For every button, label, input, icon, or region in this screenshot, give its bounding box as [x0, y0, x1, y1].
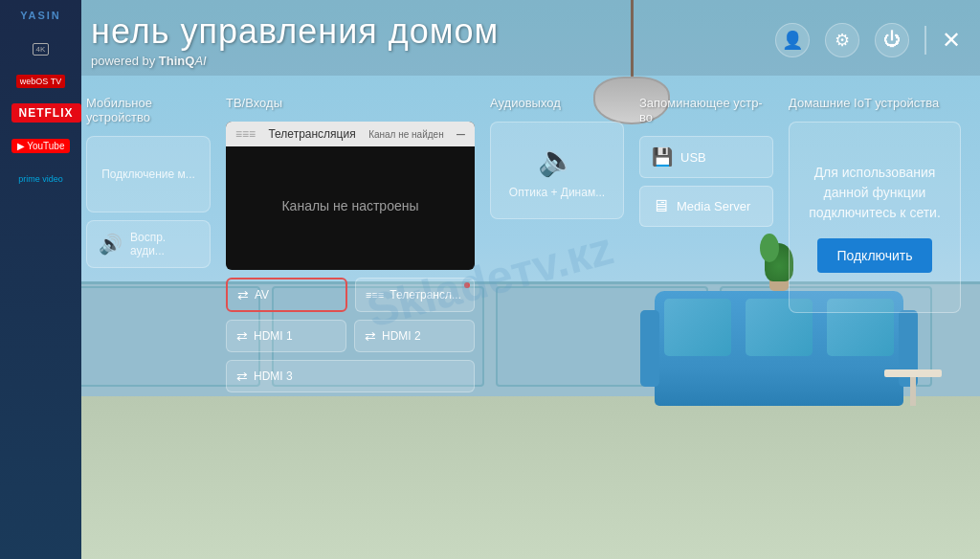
- usb-icon: 💾: [652, 146, 673, 168]
- av-label: AV: [255, 288, 269, 302]
- col-mobile: Мобильное устройство Подключение м... 🔊 …: [86, 96, 211, 540]
- audio-output-card[interactable]: 🔈 Оптика + Динам...: [490, 122, 624, 219]
- hdmi1-icon: ⇄: [236, 328, 248, 344]
- profile-button[interactable]: 👤: [775, 23, 810, 57]
- col-audio-output: Аудиовыход 🔈 Оптика + Динам...: [490, 96, 624, 540]
- connect-button[interactable]: Подключить: [817, 238, 931, 273]
- col-tv: ТВ/Входы ≡≡≡ Телетрансляция Канал не най…: [226, 96, 475, 540]
- gear-icon: ⚙: [835, 30, 850, 51]
- audio-output-label: Аудиовыход: [490, 96, 624, 110]
- media-server-icon: 🖥: [652, 196, 669, 216]
- mobile-connect-card[interactable]: Подключение м...: [86, 136, 211, 212]
- signal-bars-icon: ≡≡≡: [235, 127, 256, 141]
- no-channels-text: Каналы не настроены: [281, 198, 418, 213]
- sidebar-item-prime[interactable]: prime video: [8, 163, 75, 191]
- telecast-icon: ≡≡≡: [366, 289, 384, 301]
- netflix-icon: NETFLIX: [11, 103, 81, 123]
- tv-preview-header: ≡≡≡ Телетрансляция Канал не найден –: [226, 122, 475, 146]
- usb-label: USB: [680, 150, 706, 165]
- sidebar-item-webos[interactable]: webOS TV: [8, 65, 75, 94]
- speaker-icon: 🔈: [538, 142, 576, 178]
- input-hdmi2-button[interactable]: ⇄ HDMI 2: [354, 320, 475, 352]
- usb-button[interactable]: 💾 USB: [639, 136, 773, 178]
- iot-card: Для использования данной функции подключ…: [789, 122, 961, 313]
- webos-badge: webOS TV: [16, 75, 65, 88]
- broadcast-title: Телетрансляция: [268, 127, 355, 141]
- iot-label: Домашние IoT устройства: [789, 96, 961, 110]
- audio-play-icon: 🔊: [99, 233, 122, 256]
- col-storage: Запоминающее устр-во 💾 USB 🖥 Media Serve…: [639, 96, 773, 540]
- power-icon: ⏻: [883, 30, 901, 50]
- broadcast-sub: Канал не найден: [368, 129, 444, 140]
- sidebar-item-4k[interactable]: 4K: [8, 33, 75, 61]
- hdmi1-label: HDMI 1: [254, 329, 293, 343]
- subtitle-brand: ThinQ: [159, 54, 195, 68]
- topbar: нель управления домом powered by ThinQAI…: [81, 0, 980, 76]
- tv-preview: ≡≡≡ Телетрансляция Канал не найден – Кан…: [226, 122, 475, 270]
- power-button[interactable]: ⏻: [875, 23, 909, 57]
- mobile-connect-text: Подключение м...: [101, 168, 195, 181]
- topbar-title: нель управления домом powered by ThinQAI: [91, 11, 775, 68]
- tv-label: ТВ/Входы: [226, 96, 475, 110]
- sidebar-item-youtube[interactable]: ▶ YouTube: [8, 130, 75, 159]
- input-row-1: ⇄ AV ≡≡≡ Телетрансл...: [226, 278, 475, 312]
- topbar-controls: 👤 ⚙ ⏻ ✕: [775, 23, 961, 57]
- input-row-2: ⇄ HDMI 1 ⇄ HDMI 2: [226, 320, 475, 352]
- youtube-icon: ▶ YouTube: [11, 139, 71, 153]
- mobile-label: Мобильное устройство: [86, 96, 211, 124]
- hdmi2-icon: ⇄: [365, 328, 376, 344]
- main-content: Мобильное устройство Подключение м... 🔊 …: [86, 96, 961, 540]
- input-telecast-button[interactable]: ≡≡≡ Телетрансл...: [355, 278, 475, 312]
- sidebar-item-netflix[interactable]: NETFLIX: [8, 98, 75, 126]
- controls-divider: [924, 26, 926, 55]
- subtitle-pre: powered by: [91, 54, 159, 68]
- 4k-badge: 4K: [33, 43, 50, 56]
- topbar-subtitle: powered by ThinQAI: [91, 54, 775, 68]
- profile-icon: 👤: [782, 30, 803, 51]
- preview-close-icon[interactable]: –: [457, 125, 465, 143]
- sidebar: YASIN 4K webOS TV NETFLIX ▶ YouTube prim…: [0, 0, 81, 559]
- audio-output-text: Оптика + Динам...: [509, 186, 605, 199]
- telecast-label: Телетрансл...: [390, 288, 461, 302]
- hdmi3-icon: ⇄: [236, 369, 248, 384]
- hdmi2-label: HDMI 2: [382, 329, 421, 343]
- close-button[interactable]: ✕: [942, 27, 961, 54]
- prime-icon: prime video: [16, 172, 65, 186]
- av-icon: ⇄: [237, 287, 249, 302]
- input-row-3: ⇄ HDMI 3: [226, 360, 475, 392]
- media-server-button[interactable]: 🖥 Media Server: [639, 186, 773, 227]
- hdmi3-label: HDMI 3: [254, 369, 293, 383]
- input-hdmi3-button[interactable]: ⇄ HDMI 3: [226, 360, 475, 392]
- input-av-button[interactable]: ⇄ AV: [226, 278, 347, 312]
- settings-button[interactable]: ⚙: [825, 23, 859, 57]
- close-icon: ✕: [942, 27, 961, 53]
- page-title: нель управления домом: [91, 11, 775, 52]
- audio-play-text: Воспр. ауди...: [130, 231, 198, 257]
- iot-text: Для использования данной функции подключ…: [809, 163, 941, 223]
- subtitle-ai: AI: [194, 54, 206, 68]
- input-hdmi1-button[interactable]: ⇄ HDMI 1: [226, 320, 346, 352]
- audio-card[interactable]: 🔊 Воспр. ауди...: [86, 220, 211, 268]
- media-server-label: Media Server: [677, 199, 750, 213]
- sidebar-logo: YASIN: [20, 10, 61, 21]
- storage-label: Запоминающее устр-во: [639, 96, 773, 124]
- col-iot: Домашние IoT устройства Для использовани…: [789, 96, 961, 540]
- active-dot: [464, 282, 470, 288]
